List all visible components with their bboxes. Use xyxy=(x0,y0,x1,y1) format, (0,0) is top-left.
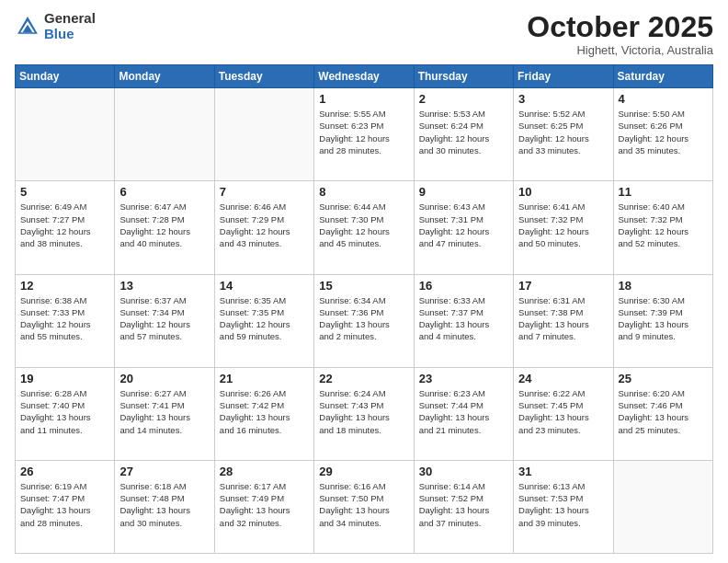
day-info: Sunrise: 6:30 AM Sunset: 7:39 PM Dayligh… xyxy=(619,294,708,343)
calendar-cell xyxy=(214,88,313,181)
day-number: 13 xyxy=(119,279,209,293)
month-title: October 2025 xyxy=(527,11,713,43)
logo-general-text: General xyxy=(44,11,96,27)
day-info: Sunrise: 6:19 AM Sunset: 7:47 PM Dayligh… xyxy=(20,480,109,529)
calendar-cell: 14Sunrise: 6:35 AM Sunset: 7:35 PM Dayli… xyxy=(214,274,313,367)
day-number: 15 xyxy=(319,279,408,293)
weekday-saturday: Saturday xyxy=(613,65,712,88)
day-number: 8 xyxy=(319,185,408,199)
calendar-body: 1Sunrise: 5:55 AM Sunset: 6:23 PM Daylig… xyxy=(16,88,713,554)
calendar-cell: 2Sunrise: 5:53 AM Sunset: 6:24 PM Daylig… xyxy=(414,88,513,181)
day-number: 28 xyxy=(220,465,309,478)
day-info: Sunrise: 6:16 AM Sunset: 7:50 PM Dayligh… xyxy=(319,480,408,529)
day-number: 3 xyxy=(518,92,608,106)
calendar-cell: 15Sunrise: 6:34 AM Sunset: 7:36 PM Dayli… xyxy=(314,274,414,367)
day-info: Sunrise: 6:33 AM Sunset: 7:37 PM Dayligh… xyxy=(419,294,508,343)
weekday-tuesday: Tuesday xyxy=(214,65,313,88)
weekday-friday: Friday xyxy=(514,65,613,88)
day-info: Sunrise: 6:43 AM Sunset: 7:31 PM Dayligh… xyxy=(419,201,508,249)
calendar-cell: 6Sunrise: 6:47 AM Sunset: 7:28 PM Daylig… xyxy=(115,181,214,274)
day-info: Sunrise: 5:55 AM Sunset: 6:23 PM Dayligh… xyxy=(319,108,408,156)
day-number: 6 xyxy=(119,185,209,199)
week-row-4: 19Sunrise: 6:28 AM Sunset: 7:40 PM Dayli… xyxy=(16,367,713,460)
day-info: Sunrise: 6:38 AM Sunset: 7:33 PM Dayligh… xyxy=(20,294,109,343)
day-number: 7 xyxy=(220,185,309,199)
calendar-cell: 18Sunrise: 6:30 AM Sunset: 7:39 PM Dayli… xyxy=(613,274,712,367)
logo-blue-text: Blue xyxy=(44,27,96,42)
week-row-3: 12Sunrise: 6:38 AM Sunset: 7:33 PM Dayli… xyxy=(16,274,713,367)
calendar-cell xyxy=(16,88,115,181)
day-info: Sunrise: 6:23 AM Sunset: 7:44 PM Dayligh… xyxy=(419,387,508,436)
day-number: 25 xyxy=(619,372,708,385)
calendar-cell: 1Sunrise: 5:55 AM Sunset: 6:23 PM Daylig… xyxy=(314,88,414,181)
day-info: Sunrise: 6:34 AM Sunset: 7:36 PM Dayligh… xyxy=(319,294,408,343)
day-info: Sunrise: 6:22 AM Sunset: 7:45 PM Dayligh… xyxy=(518,387,608,436)
calendar-cell: 20Sunrise: 6:27 AM Sunset: 7:41 PM Dayli… xyxy=(115,367,214,460)
calendar-cell xyxy=(613,460,712,553)
calendar-cell: 25Sunrise: 6:20 AM Sunset: 7:46 PM Dayli… xyxy=(613,367,712,460)
day-info: Sunrise: 6:18 AM Sunset: 7:48 PM Dayligh… xyxy=(119,480,209,529)
day-info: Sunrise: 6:20 AM Sunset: 7:46 PM Dayligh… xyxy=(619,387,708,436)
day-info: Sunrise: 6:17 AM Sunset: 7:49 PM Dayligh… xyxy=(220,480,309,529)
day-number: 30 xyxy=(419,465,508,478)
calendar-cell: 3Sunrise: 5:52 AM Sunset: 6:25 PM Daylig… xyxy=(514,88,613,181)
calendar-cell: 8Sunrise: 6:44 AM Sunset: 7:30 PM Daylig… xyxy=(314,181,414,274)
calendar-cell: 19Sunrise: 6:28 AM Sunset: 7:40 PM Dayli… xyxy=(16,367,115,460)
day-number: 11 xyxy=(619,185,708,199)
day-number: 16 xyxy=(419,279,508,293)
weekday-wednesday: Wednesday xyxy=(314,65,414,88)
day-info: Sunrise: 5:50 AM Sunset: 6:26 PM Dayligh… xyxy=(619,108,708,156)
calendar-cell: 26Sunrise: 6:19 AM Sunset: 7:47 PM Dayli… xyxy=(16,460,115,553)
day-number: 27 xyxy=(119,465,209,478)
day-number: 18 xyxy=(619,279,708,293)
calendar-cell xyxy=(115,88,214,181)
location: Highett, Victoria, Australia xyxy=(527,43,713,57)
day-number: 21 xyxy=(220,372,309,385)
week-row-1: 1Sunrise: 5:55 AM Sunset: 6:23 PM Daylig… xyxy=(16,88,713,181)
day-info: Sunrise: 6:14 AM Sunset: 7:52 PM Dayligh… xyxy=(419,480,508,529)
day-info: Sunrise: 6:35 AM Sunset: 7:35 PM Dayligh… xyxy=(220,294,309,343)
calendar-cell: 31Sunrise: 6:13 AM Sunset: 7:53 PM Dayli… xyxy=(514,460,613,553)
calendar-cell: 29Sunrise: 6:16 AM Sunset: 7:50 PM Dayli… xyxy=(314,460,414,553)
day-number: 29 xyxy=(319,465,408,478)
day-number: 20 xyxy=(119,372,209,385)
logo: General Blue xyxy=(15,11,96,41)
day-number: 22 xyxy=(319,372,408,385)
day-number: 12 xyxy=(20,279,109,293)
day-info: Sunrise: 5:52 AM Sunset: 6:25 PM Dayligh… xyxy=(518,108,608,156)
title-block: October 2025 Highett, Victoria, Australi… xyxy=(527,11,713,57)
calendar-cell: 17Sunrise: 6:31 AM Sunset: 7:38 PM Dayli… xyxy=(514,274,613,367)
day-number: 23 xyxy=(419,372,508,385)
day-info: Sunrise: 6:40 AM Sunset: 7:32 PM Dayligh… xyxy=(619,201,708,249)
day-info: Sunrise: 6:31 AM Sunset: 7:38 PM Dayligh… xyxy=(518,294,608,343)
day-info: Sunrise: 6:13 AM Sunset: 7:53 PM Dayligh… xyxy=(518,480,608,529)
day-number: 14 xyxy=(220,279,309,293)
day-info: Sunrise: 6:27 AM Sunset: 7:41 PM Dayligh… xyxy=(119,387,209,436)
day-info: Sunrise: 6:46 AM Sunset: 7:29 PM Dayligh… xyxy=(220,201,309,249)
day-number: 10 xyxy=(518,185,608,199)
calendar-cell: 7Sunrise: 6:46 AM Sunset: 7:29 PM Daylig… xyxy=(214,181,313,274)
calendar-cell: 23Sunrise: 6:23 AM Sunset: 7:44 PM Dayli… xyxy=(414,367,513,460)
calendar-cell: 28Sunrise: 6:17 AM Sunset: 7:49 PM Dayli… xyxy=(214,460,313,553)
calendar: SundayMondayTuesdayWednesdayThursdayFrid… xyxy=(15,64,713,554)
calendar-cell: 11Sunrise: 6:40 AM Sunset: 7:32 PM Dayli… xyxy=(613,181,712,274)
day-number: 31 xyxy=(518,465,608,478)
day-info: Sunrise: 6:47 AM Sunset: 7:28 PM Dayligh… xyxy=(119,201,209,249)
calendar-cell: 30Sunrise: 6:14 AM Sunset: 7:52 PM Dayli… xyxy=(414,460,513,553)
calendar-cell: 4Sunrise: 5:50 AM Sunset: 6:26 PM Daylig… xyxy=(613,88,712,181)
day-number: 9 xyxy=(419,185,508,199)
weekday-monday: Monday xyxy=(115,65,214,88)
weekday-sunday: Sunday xyxy=(16,65,115,88)
day-info: Sunrise: 6:41 AM Sunset: 7:32 PM Dayligh… xyxy=(518,201,608,249)
day-info: Sunrise: 6:37 AM Sunset: 7:34 PM Dayligh… xyxy=(119,294,209,343)
calendar-cell: 13Sunrise: 6:37 AM Sunset: 7:34 PM Dayli… xyxy=(115,274,214,367)
calendar-cell: 16Sunrise: 6:33 AM Sunset: 7:37 PM Dayli… xyxy=(414,274,513,367)
day-number: 19 xyxy=(20,372,109,385)
header: General Blue October 2025 Highett, Victo… xyxy=(15,11,713,57)
calendar-cell: 10Sunrise: 6:41 AM Sunset: 7:32 PM Dayli… xyxy=(514,181,613,274)
page: General Blue October 2025 Highett, Victo… xyxy=(0,0,728,563)
calendar-cell: 21Sunrise: 6:26 AM Sunset: 7:42 PM Dayli… xyxy=(214,367,313,460)
day-number: 24 xyxy=(518,372,608,385)
day-info: Sunrise: 6:44 AM Sunset: 7:30 PM Dayligh… xyxy=(319,201,408,249)
day-number: 17 xyxy=(518,279,608,293)
